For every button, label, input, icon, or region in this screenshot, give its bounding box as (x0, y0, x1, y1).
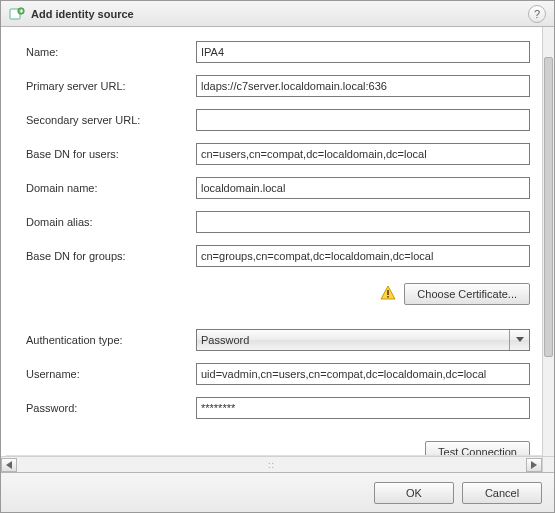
svg-rect-3 (388, 296, 390, 298)
label-base-dn-groups: Base DN for groups: (26, 250, 196, 262)
row-base-dn-groups: Base DN for groups: (26, 239, 530, 273)
body-area: Name: Primary server URL: Secondary serv… (1, 27, 554, 472)
label-domain-name: Domain name: (26, 182, 196, 194)
form-scroll-region: Name: Primary server URL: Secondary serv… (6, 27, 542, 456)
vertical-scroll-thumb[interactable] (544, 57, 553, 357)
row-base-dn-users: Base DN for users: (26, 137, 530, 171)
name-input[interactable] (196, 41, 530, 63)
label-base-dn-users: Base DN for users: (26, 148, 196, 160)
cancel-button[interactable]: Cancel (462, 482, 542, 504)
row-domain-alias: Domain alias: (26, 205, 530, 239)
row-domain-name: Domain name: (26, 171, 530, 205)
label-username: Username: (26, 368, 196, 380)
domain-name-input[interactable] (196, 177, 530, 199)
test-connection-row: Test Connection (26, 425, 530, 456)
certificate-row: Choose Certificate... (26, 273, 530, 323)
horizontal-scrollbar[interactable]: :: (1, 456, 542, 472)
label-domain-alias: Domain alias: (26, 216, 196, 228)
choose-certificate-button[interactable]: Choose Certificate... (404, 283, 530, 305)
domain-alias-input[interactable] (196, 211, 530, 233)
ok-button[interactable]: OK (374, 482, 454, 504)
scroll-left-arrow-icon[interactable] (1, 458, 17, 472)
row-primary-url: Primary server URL: (26, 69, 530, 103)
dialog-footer: OK Cancel (1, 472, 554, 512)
chevron-down-icon (509, 330, 529, 350)
scroll-grip-icon: :: (268, 460, 275, 470)
horizontal-scroll-track[interactable]: :: (17, 458, 526, 472)
label-name: Name: (26, 46, 196, 58)
svg-rect-2 (388, 290, 390, 295)
auth-type-select[interactable]: Password (196, 329, 530, 351)
base-dn-groups-input[interactable] (196, 245, 530, 267)
scroll-corner (542, 456, 554, 472)
identity-source-icon (9, 6, 25, 22)
scroll-right-arrow-icon[interactable] (526, 458, 542, 472)
help-button[interactable]: ? (528, 5, 546, 23)
auth-type-value: Password (201, 334, 249, 346)
label-auth-type: Authentication type: (26, 334, 196, 346)
secondary-url-input[interactable] (196, 109, 530, 131)
row-name: Name: (26, 35, 530, 69)
test-connection-button[interactable]: Test Connection (425, 441, 530, 456)
label-secondary-url: Secondary server URL: (26, 114, 196, 126)
primary-url-input[interactable] (196, 75, 530, 97)
vertical-scrollbar[interactable] (542, 27, 554, 456)
row-secondary-url: Secondary server URL: (26, 103, 530, 137)
row-username: Username: (26, 357, 530, 391)
label-primary-url: Primary server URL: (26, 80, 196, 92)
warning-icon (380, 285, 396, 303)
username-input[interactable] (196, 363, 530, 385)
form: Name: Primary server URL: Secondary serv… (6, 27, 542, 456)
title-bar: Add identity source ? (1, 1, 554, 27)
window-title: Add identity source (31, 8, 528, 20)
dialog-window: Add identity source ? Name: Primary serv… (0, 0, 555, 513)
label-password: Password: (26, 402, 196, 414)
row-password: Password: (26, 391, 530, 425)
password-input[interactable] (196, 397, 530, 419)
row-auth-type: Authentication type: Password (26, 323, 530, 357)
base-dn-users-input[interactable] (196, 143, 530, 165)
